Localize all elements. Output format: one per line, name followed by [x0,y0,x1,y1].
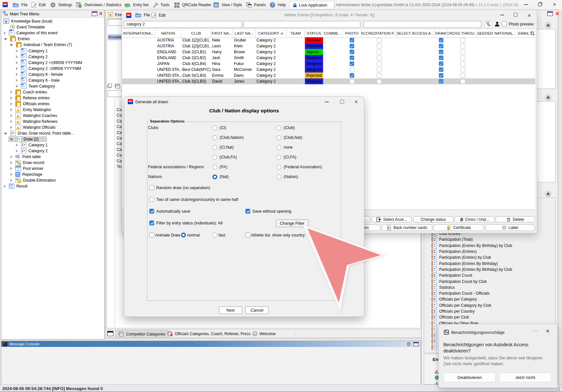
svg-text:?: ? [272,3,273,7]
